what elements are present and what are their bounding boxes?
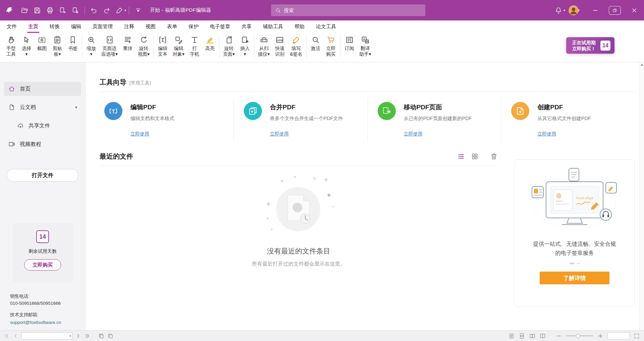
page-number-box[interactable]: ▾ — [21, 332, 72, 340]
ribbon-tool-from-scanner[interactable]: 从扫描仪▾ — [256, 35, 272, 58]
save-icon[interactable] — [33, 6, 41, 14]
menu-item-10[interactable]: 共享 — [241, 20, 252, 33]
chevron-down-icon[interactable]: ▾ — [564, 8, 565, 12]
menu-item-3[interactable]: 编辑 — [71, 20, 81, 33]
ribbon-tool-reflow[interactable]: 重排 — [120, 35, 136, 52]
menu-item-8[interactable]: 保护 — [189, 20, 199, 33]
grid-view-icon[interactable] — [471, 153, 479, 160]
menu-item-11[interactable]: 辅助工具 — [263, 20, 283, 33]
card-use-now-link[interactable]: 立即使用 — [537, 131, 556, 137]
ribbon-tool-quick-ocr[interactable]: OCR快速识别 — [272, 35, 287, 58]
card-use-now-link[interactable]: 立即使用 — [130, 131, 149, 137]
export-doc-icon[interactable] — [59, 6, 67, 14]
list-view-icon[interactable] — [457, 153, 465, 160]
ribbon-tool-clipboard[interactable]: 剪贴板▾ — [50, 35, 65, 58]
ribbon-tool-rotate-pages[interactable]: 旋转页面▾ — [221, 35, 237, 58]
card-use-now-link[interactable]: 立即使用 — [404, 131, 423, 137]
first-page-icon[interactable] — [3, 333, 10, 339]
redo-icon[interactable] — [103, 6, 111, 14]
ribbon-tool-edit-object[interactable]: 编辑对象▾ — [170, 35, 187, 58]
menu-item-5[interactable]: 注释 — [124, 20, 134, 33]
menu-item-4[interactable]: 页面管理 — [93, 20, 113, 33]
menu-item-6[interactable]: 视图 — [146, 20, 156, 33]
menu-item-2[interactable]: 转换 — [50, 20, 60, 33]
menu-item-9[interactable]: 电子签章 — [210, 20, 230, 33]
ribbon-tool-activate[interactable]: 激活 — [308, 35, 323, 52]
notifications-bell-icon[interactable] — [554, 6, 562, 14]
zoom-slider-thumb[interactable] — [576, 334, 580, 338]
ribbon-tool-fill-sign[interactable]: 填写&签名 — [287, 35, 305, 58]
fullscreen-icon[interactable] — [633, 333, 640, 339]
share-doc-icon[interactable] — [71, 6, 79, 14]
clear-recent-trash-icon[interactable] — [490, 153, 498, 160]
print-icon[interactable] — [46, 6, 54, 14]
ribbon-tool-zoom[interactable]: 缩放▾ — [84, 35, 99, 58]
last-page-icon[interactable] — [84, 333, 91, 339]
ribbon-tool-select[interactable]: 选择▾ — [19, 35, 34, 58]
menu-item-12[interactable]: 帮助 — [294, 20, 305, 33]
ribbon-tool-edit-text[interactable]: 编辑文本 — [155, 35, 170, 58]
sidebar-item-cloud-docs[interactable]: 云文档▾ — [4, 100, 81, 114]
close-button[interactable] — [625, 0, 644, 20]
ribbon-tool-subscribe[interactable]: 订阅 — [342, 35, 357, 52]
open-file-button[interactable]: 打开文件 — [7, 169, 78, 182]
restore-button[interactable] — [605, 0, 625, 20]
promo-dot[interactable] — [577, 263, 580, 264]
page-number-input[interactable] — [24, 333, 69, 338]
menu-item-13[interactable]: 论文工具 — [316, 20, 336, 33]
facing-view-icon[interactable] — [529, 333, 536, 339]
book-view-icon[interactable] — [539, 333, 546, 339]
ribbon-tool-hand-tool[interactable]: 手型工具 — [3, 35, 19, 58]
content-scrollbar[interactable] — [639, 62, 644, 330]
sign-pen-icon[interactable] — [115, 6, 123, 14]
sidebar-item-video-tutorials[interactable]: 视频教程 — [4, 137, 81, 151]
ribbon-tool-translate-assistant[interactable]: A翻译助手▾ — [357, 35, 374, 58]
chevron-down-icon[interactable]: ▾ — [578, 8, 580, 12]
chevron-down-icon[interactable]: ▾ — [69, 334, 71, 338]
chevron-down-icon[interactable]: ▾ — [124, 8, 126, 12]
learn-more-button[interactable]: 了解详情 — [540, 272, 609, 284]
menu-item-1[interactable]: 主页 — [28, 20, 38, 33]
promo-dot-active[interactable] — [570, 263, 575, 264]
support-email-link[interactable]: support@foxitsoftware.cn — [10, 319, 61, 326]
open-file-icon[interactable] — [20, 6, 29, 14]
search-input[interactable] — [284, 7, 421, 13]
ribbon-tool-snapshot[interactable]: 截图 — [34, 35, 50, 52]
scroll-up-arrow-icon[interactable] — [641, 64, 643, 66]
zoom-in-icon[interactable] — [597, 333, 604, 339]
card-title: 编辑PDF — [130, 102, 174, 112]
zoom-out-icon[interactable] — [555, 333, 562, 339]
single-page-view-icon[interactable] — [508, 333, 515, 339]
ribbon-tool-page-fit-options[interactable]: 页面适应选项▾ — [99, 35, 120, 58]
card-use-now-link[interactable]: 立即使用 — [270, 131, 289, 137]
undo-icon[interactable] — [90, 6, 98, 14]
snapshot-pages-icon[interactable] — [98, 333, 105, 339]
sidebar-item-home[interactable]: 首页 — [4, 82, 81, 96]
trial-upgrade-badge[interactable]: 正在试用期 立即购买！ 14 — [566, 37, 614, 54]
buy-now-button[interactable]: 立即购买 — [24, 259, 61, 271]
menu-item-7[interactable]: 表单 — [167, 20, 177, 33]
zoom-level-box[interactable] — [607, 332, 630, 340]
minimize-button[interactable] — [586, 0, 605, 20]
search-box[interactable] — [271, 4, 425, 16]
copy-pages-icon[interactable] — [107, 333, 114, 339]
hand-tool-icon — [6, 35, 16, 45]
ribbon-tool-highlight[interactable]: 高亮 — [202, 35, 218, 52]
sidebar-item-label: 首页 — [20, 86, 31, 93]
sidebar-item-shared-files[interactable]: 共享文件 — [13, 119, 81, 133]
chevron-down-icon[interactable]: ▾ — [75, 105, 77, 110]
ribbon-tool-rotate-view[interactable]: 旋转视图▾ — [136, 35, 152, 58]
ribbon-tool-buy-now[interactable]: 立即购买 — [323, 35, 339, 58]
ribbon-tool-typewriter[interactable]: 打字机 — [187, 35, 202, 58]
zoom-level-input[interactable] — [609, 333, 628, 338]
menu-item-0[interactable]: 文件 — [7, 20, 17, 33]
zoom-slider[interactable] — [566, 335, 593, 336]
hide-ribbon-icon[interactable] — [134, 6, 142, 14]
ribbon-tool-insert[interactable]: 插入▾ — [237, 35, 253, 58]
continuous-view-icon[interactable] — [519, 333, 525, 339]
ribbon-tool-bookmark[interactable]: 书签 — [65, 35, 80, 52]
user-avatar[interactable] — [569, 5, 579, 15]
next-page-icon[interactable] — [75, 333, 82, 339]
previous-page-icon[interactable] — [12, 333, 19, 339]
snapshot-icon — [37, 35, 47, 45]
